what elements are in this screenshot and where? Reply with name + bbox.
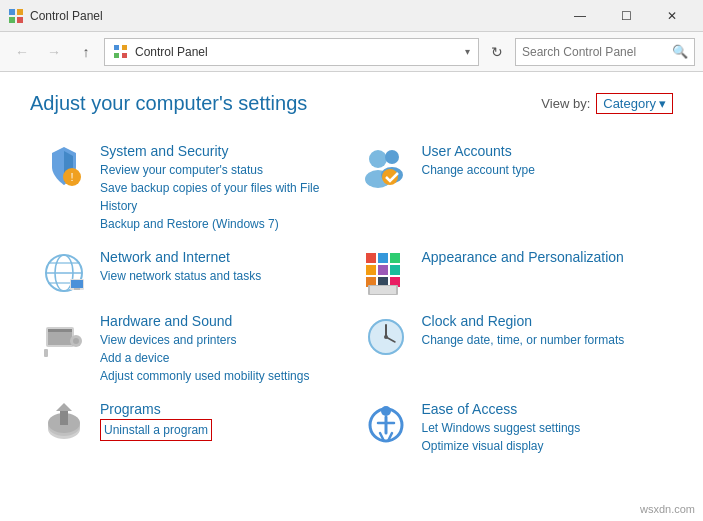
user-accounts-link-1[interactable]: Change account type	[422, 161, 664, 179]
hardware-sound-title[interactable]: Hardware and Sound	[100, 313, 342, 329]
titlebar-icon	[8, 8, 24, 24]
search-input[interactable]	[522, 45, 668, 59]
system-security-text: System and Security Review your computer…	[100, 143, 342, 233]
svg-rect-3	[17, 17, 23, 23]
svg-rect-2	[9, 17, 15, 23]
network-internet-link-1[interactable]: View network status and tasks	[100, 267, 342, 285]
user-accounts-text: User Accounts Change account type	[422, 143, 664, 179]
address-bar[interactable]: Control Panel ▾	[104, 38, 479, 66]
system-security-link-3[interactable]: Backup and Restore (Windows 7)	[100, 215, 342, 233]
title-bar-label: Control Panel	[30, 9, 103, 23]
clock-region-title[interactable]: Clock and Region	[422, 313, 664, 329]
view-by-value: Category	[603, 96, 656, 111]
title-bar: Control Panel — ☐ ✕	[0, 0, 703, 32]
svg-rect-33	[370, 286, 396, 294]
user-accounts-icon	[362, 143, 410, 191]
hardware-sound-text: Hardware and Sound View devices and prin…	[100, 313, 342, 385]
svg-rect-36	[48, 329, 72, 332]
category-user-accounts: User Accounts Change account type	[352, 135, 674, 241]
network-internet-text: Network and Internet View network status…	[100, 249, 342, 285]
user-accounts-title[interactable]: User Accounts	[422, 143, 664, 159]
system-security-link-2[interactable]: Save backup copies of your files with Fi…	[100, 179, 342, 215]
address-bar-icon	[113, 44, 129, 60]
svg-rect-22	[74, 288, 80, 290]
address-path: Control Panel	[135, 45, 459, 59]
network-internet-icon	[40, 249, 88, 297]
programs-icon	[40, 401, 88, 449]
address-dropdown-arrow[interactable]: ▾	[465, 46, 470, 57]
ease-of-access-link-2[interactable]: Optimize visual display	[422, 437, 664, 455]
hardware-sound-link-3[interactable]: Adjust commonly used mobility settings	[100, 367, 342, 385]
view-by-dropdown[interactable]: Category ▾	[596, 93, 673, 114]
svg-rect-4	[114, 45, 119, 50]
svg-rect-25	[390, 253, 400, 263]
svg-rect-39	[44, 349, 48, 357]
category-appearance: Appearance and Personalization	[352, 241, 674, 305]
view-by-arrow: ▾	[659, 96, 666, 111]
svg-text:!: !	[70, 171, 73, 183]
close-button[interactable]: ✕	[649, 0, 695, 32]
back-button[interactable]: ←	[8, 38, 36, 66]
refresh-button[interactable]: ↻	[483, 38, 511, 66]
svg-rect-24	[378, 253, 388, 263]
system-security-icon: !	[40, 143, 88, 191]
hardware-sound-link-1[interactable]: View devices and printers	[100, 331, 342, 349]
svg-rect-23	[366, 253, 376, 263]
svg-rect-27	[378, 265, 388, 275]
view-by-label: View by:	[541, 96, 590, 111]
appearance-icon	[362, 249, 410, 297]
clock-region-icon	[362, 313, 410, 361]
main-content: Adjust your computer's settings View by:…	[0, 72, 703, 521]
svg-point-10	[369, 150, 387, 168]
title-bar-left: Control Panel	[8, 8, 103, 24]
forward-button[interactable]: →	[40, 38, 68, 66]
minimize-button[interactable]: —	[557, 0, 603, 32]
ease-of-access-link-1[interactable]: Let Windows suggest settings	[422, 419, 664, 437]
hardware-sound-icon	[40, 313, 88, 361]
programs-title[interactable]: Programs	[100, 401, 342, 417]
maximize-button[interactable]: ☐	[603, 0, 649, 32]
category-clock-region: Clock and Region Change date, time, or n…	[352, 305, 674, 393]
category-ease-of-access: Ease of Access Let Windows suggest setti…	[352, 393, 674, 463]
clock-region-text: Clock and Region Change date, time, or n…	[422, 313, 664, 349]
programs-link-1[interactable]: Uninstall a program	[100, 419, 212, 441]
watermark: wsxdn.com	[640, 503, 695, 515]
category-network-internet: Network and Internet View network status…	[30, 241, 352, 305]
window-controls: — ☐ ✕	[557, 0, 695, 32]
up-button[interactable]: ↑	[72, 38, 100, 66]
svg-rect-26	[366, 265, 376, 275]
ease-of-access-text: Ease of Access Let Windows suggest setti…	[422, 401, 664, 455]
svg-rect-28	[390, 265, 400, 275]
svg-rect-6	[114, 53, 119, 58]
svg-rect-7	[122, 53, 127, 58]
category-programs: Programs Uninstall a program	[30, 393, 352, 463]
hardware-sound-link-2[interactable]: Add a device	[100, 349, 342, 367]
search-box[interactable]: 🔍	[515, 38, 695, 66]
ease-of-access-title[interactable]: Ease of Access	[422, 401, 664, 417]
content-header: Adjust your computer's settings View by:…	[30, 92, 673, 115]
appearance-text: Appearance and Personalization	[422, 249, 664, 267]
svg-marker-49	[56, 403, 72, 411]
category-hardware-sound: Hardware and Sound View devices and prin…	[30, 305, 352, 393]
system-security-link-1[interactable]: Review your computer's status	[100, 161, 342, 179]
category-system-security: ! System and Security Review your comput…	[30, 135, 352, 241]
programs-text: Programs Uninstall a program	[100, 401, 342, 441]
svg-rect-1	[17, 9, 23, 15]
svg-point-38	[73, 338, 79, 344]
svg-rect-21	[71, 280, 83, 288]
svg-rect-48	[60, 411, 68, 425]
appearance-title[interactable]: Appearance and Personalization	[422, 249, 664, 265]
svg-point-12	[385, 150, 399, 164]
clock-region-link-1[interactable]: Change date, time, or number formats	[422, 331, 664, 349]
svg-rect-0	[9, 9, 15, 15]
system-security-title[interactable]: System and Security	[100, 143, 342, 159]
view-by-control: View by: Category ▾	[541, 93, 673, 114]
network-internet-title[interactable]: Network and Internet	[100, 249, 342, 265]
page-title: Adjust your computer's settings	[30, 92, 307, 115]
search-icon: 🔍	[672, 44, 688, 59]
categories-grid: ! System and Security Review your comput…	[30, 135, 673, 463]
ease-of-access-icon	[362, 401, 410, 449]
nav-bar: ← → ↑ Control Panel ▾ ↻ 🔍	[0, 32, 703, 72]
svg-rect-5	[122, 45, 127, 50]
